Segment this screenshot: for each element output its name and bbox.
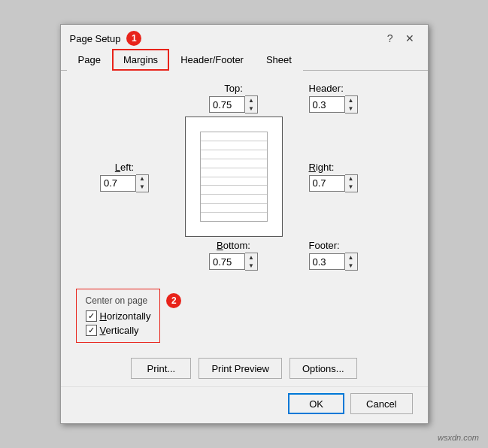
left-increment-button[interactable]: ▲ [136, 175, 148, 183]
left-area: Left: ▲ ▼ [76, 117, 174, 237]
tab-margins[interactable]: Margins [112, 49, 169, 71]
grid-row [201, 132, 267, 141]
top-label: Top: [224, 83, 243, 94]
horizontally-label[interactable]: Horizontally [100, 310, 151, 322]
bottom-decrement-button[interactable]: ▼ [245, 262, 257, 270]
close-button[interactable]: ✕ [401, 32, 419, 45]
bottom-increment-button[interactable]: ▲ [245, 253, 257, 262]
right-spinner-buttons: ▲ ▼ [345, 174, 358, 192]
footer-input[interactable] [309, 253, 345, 270]
bottom-label: Bottom: [217, 240, 250, 251]
header-area: Header: ▲ ▼ [294, 83, 413, 114]
print-preview-button[interactable]: Print Preview [199, 358, 282, 379]
grid-lines [201, 132, 267, 221]
right-input[interactable] [309, 175, 345, 192]
top-spinner-buttons: ▲ ▼ [245, 95, 258, 114]
vertically-row: Vertically [86, 325, 151, 336]
dialog-title: Page Setup [70, 33, 121, 44]
dialog-content: Top: ▲ ▼ Header: ▲ ▼ [61, 71, 428, 350]
header-increment-button[interactable]: ▲ [345, 96, 357, 104]
page-preview [174, 117, 294, 237]
watermark: wsxdn.com [438, 433, 479, 442]
center-on-page-label: Center on page [86, 295, 151, 306]
vertically-checkbox[interactable] [86, 325, 97, 336]
help-button[interactable]: ? [383, 32, 398, 45]
left-decrement-button[interactable]: ▼ [136, 183, 148, 192]
grid-row [201, 186, 267, 195]
tab-sheet[interactable]: Sheet [255, 49, 303, 71]
ok-button[interactable]: OK [288, 393, 344, 414]
footer-decrement-button[interactable]: ▼ [345, 262, 357, 270]
margins-layout: Top: ▲ ▼ Header: ▲ ▼ [76, 83, 413, 271]
footer-label: Footer: [309, 240, 340, 251]
grid-row [201, 204, 267, 213]
footer-area: Footer: ▲ ▼ [294, 240, 413, 271]
grid-row [201, 213, 267, 221]
badge-1: 1 [126, 31, 141, 46]
vertically-label[interactable]: Vertically [100, 325, 139, 336]
grid-row [201, 195, 267, 204]
bottom-spinner-buttons: ▲ ▼ [245, 253, 258, 271]
grid-row [201, 150, 267, 159]
page-setup-dialog: Page Setup 1 ? ✕ Page Margins Header/Foo… [60, 24, 429, 424]
dialog-footer: OK Cancel [61, 386, 428, 423]
tabs-bar: Page Margins Header/Footer Sheet [61, 49, 428, 71]
grid-row [201, 177, 267, 186]
horizontally-checkbox[interactable] [86, 310, 97, 322]
header-decrement-button[interactable]: ▼ [345, 104, 357, 113]
badge-2: 2 [166, 293, 181, 308]
grid-row [201, 141, 267, 150]
footer-spinner: ▲ ▼ [309, 253, 358, 271]
footer-spinner-buttons: ▲ ▼ [345, 253, 358, 271]
grid-row [201, 168, 267, 177]
left-label: Left: [115, 162, 134, 173]
bottom-area: Bottom: ▲ ▼ [174, 240, 294, 271]
right-spinner: ▲ ▼ [309, 174, 358, 192]
right-label: Right: [309, 162, 335, 173]
top-input[interactable] [209, 96, 245, 113]
title-bar-left: Page Setup 1 [70, 31, 142, 46]
print-button[interactable]: Print... [131, 358, 191, 379]
page-box [185, 117, 283, 237]
tab-header-footer[interactable]: Header/Footer [169, 49, 255, 71]
top-area: Top: ▲ ▼ [174, 83, 294, 114]
options-button[interactable]: Options... [289, 358, 357, 379]
horizontally-row: Horizontally [86, 310, 151, 322]
action-buttons: Print... Print Preview Options... [61, 350, 428, 386]
top-increment-button[interactable]: ▲ [245, 96, 257, 104]
left-spinner-buttons: ▲ ▼ [136, 174, 149, 192]
top-spinner: ▲ ▼ [209, 95, 258, 114]
bottom-input[interactable] [209, 253, 245, 270]
header-spinner: ▲ ▼ [309, 95, 358, 114]
header-spinner-buttons: ▲ ▼ [345, 95, 358, 114]
left-spinner: ▲ ▼ [100, 174, 149, 192]
grid-row [201, 159, 267, 168]
tab-page[interactable]: Page [67, 49, 112, 71]
cancel-button[interactable]: Cancel [350, 393, 412, 414]
header-label: Header: [309, 83, 344, 94]
right-increment-button[interactable]: ▲ [345, 175, 357, 183]
top-decrement-button[interactable]: ▼ [245, 104, 257, 113]
header-input[interactable] [309, 96, 345, 113]
right-area: Right: ▲ ▼ [294, 117, 413, 237]
bottom-spinner: ▲ ▼ [209, 253, 258, 271]
left-input[interactable] [100, 175, 136, 192]
title-bar-right: ? ✕ [383, 32, 419, 45]
footer-increment-button[interactable]: ▲ [345, 253, 357, 262]
page-inner [200, 132, 268, 222]
title-bar: Page Setup 1 ? ✕ [61, 25, 428, 49]
center-on-page-section: Center on page Horizontally Vertically [76, 289, 161, 343]
right-decrement-button[interactable]: ▼ [345, 183, 357, 192]
